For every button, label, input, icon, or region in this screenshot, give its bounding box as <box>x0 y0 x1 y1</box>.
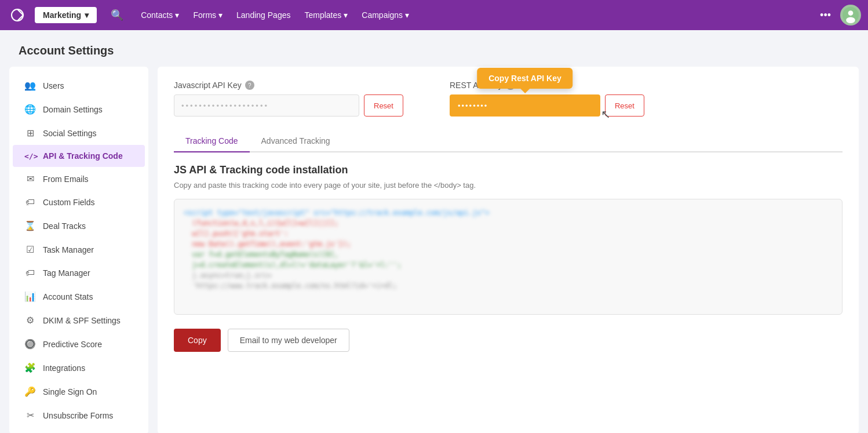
code-line: (function(w,d,s,l,i){w[l]=w[l]||[]; <box>184 219 833 227</box>
more-options-button[interactable]: ••• <box>815 5 836 26</box>
sidebar-item-custom-fields[interactable]: 🏷 Custom Fields <box>13 191 145 214</box>
js-api-key-help-icon[interactable]: ? <box>245 81 254 90</box>
rest-api-input-wrapper: Copy Rest API Key ↖ <box>450 94 600 117</box>
code-icon: </> <box>24 152 36 161</box>
sidebar-item-single-sign-on[interactable]: 🔑 Single Sign On <box>13 380 145 403</box>
sidebar-item-unsubscribe-forms[interactable]: ✂ Unsubscribe Forms <box>13 403 145 427</box>
copy-button[interactable]: Copy <box>174 329 221 352</box>
logo-icon <box>7 5 28 26</box>
code-content: <script type="text/javascript" src="http… <box>184 209 833 290</box>
code-area: <script type="text/javascript" src="http… <box>174 199 843 315</box>
tab-advanced-tracking[interactable]: Advanced Tracking <box>250 130 342 152</box>
avatar[interactable] <box>840 5 861 26</box>
nav-links: Contacts ▾ Forms ▾ Landing Pages Templat… <box>135 6 811 24</box>
rest-api-key-reset-button[interactable]: Reset <box>605 94 644 117</box>
js-api-key-group: Javascript API Key ? Reset <box>174 81 403 117</box>
users-icon: 👥 <box>24 80 36 91</box>
sidebar-item-integrations[interactable]: 🧩 Integrations <box>13 356 145 380</box>
svg-point-0 <box>12 9 23 21</box>
sidebar-item-account-stats[interactable]: 📊 Account Stats <box>13 285 145 308</box>
tag-icon: 🏷 <box>24 197 36 208</box>
code-line: j.async=true;j.src= <box>184 271 833 279</box>
puzzle-icon: 🧩 <box>24 362 36 373</box>
page-layout: 👥 Users 🌐 Domain Settings ⊞ Social Setti… <box>0 67 868 433</box>
grid-icon: ⊞ <box>24 128 36 139</box>
code-line: var f=d.getElementsByTagName(s)[0], <box>184 250 833 259</box>
content-tabs: Tracking Code Advanced Tracking <box>174 130 843 152</box>
svg-point-2 <box>848 10 854 16</box>
copy-rest-api-popup[interactable]: Copy Rest API Key <box>477 68 573 89</box>
checkbox-icon: ☑ <box>24 244 36 255</box>
api-keys-section: Javascript API Key ? Reset REST API Key … <box>174 81 843 117</box>
globe-icon: 🌐 <box>24 104 36 115</box>
nav-contacts[interactable]: Contacts ▾ <box>135 6 185 24</box>
sidebar-item-users[interactable]: 👥 Users <box>13 74 145 97</box>
chevron-down-icon: ▾ <box>218 10 223 20</box>
cursor-icon: ↖ <box>601 107 611 121</box>
sidebar-item-api-tracking[interactable]: </> API & Tracking Code <box>13 145 145 167</box>
code-line: j=d.createElement(s),dl=l!='dataLayer'?'… <box>184 261 833 269</box>
gear-icon: ⚙ <box>24 315 36 326</box>
sidebar: 👥 Users 🌐 Domain Settings ⊞ Social Setti… <box>9 67 148 433</box>
rest-api-key-group: REST API Key ? Copy Rest API Key ↖ Reset <box>450 81 644 117</box>
sidebar-item-from-emails[interactable]: ✉ From Emails <box>13 167 145 191</box>
search-button[interactable]: 🔍 <box>106 4 128 26</box>
chevron-down-icon: ▾ <box>344 10 348 20</box>
nav-templates[interactable]: Templates ▾ <box>298 6 353 24</box>
js-api-key-input-row: Reset <box>174 94 403 117</box>
tab-tracking-code[interactable]: Tracking Code <box>174 130 250 152</box>
marketing-dropdown-button[interactable]: Marketing ▾ <box>35 7 97 23</box>
js-api-key-input[interactable] <box>174 94 359 117</box>
score-icon: 🔘 <box>24 339 36 350</box>
email-developer-button[interactable]: Email to my web developer <box>228 329 349 352</box>
sidebar-item-social-settings[interactable]: ⊞ Social Settings <box>13 121 145 145</box>
tracking-section: JS API & Tracking code installation Copy… <box>174 164 843 352</box>
sidebar-item-deal-tracks[interactable]: ⌛ Deal Tracks <box>13 214 145 238</box>
js-api-key-label: Javascript API Key ? <box>174 81 403 90</box>
code-line: w[l].push({'gtm.start': <box>184 230 833 238</box>
sidebar-item-predictive-score[interactable]: 🔘 Predictive Score <box>13 332 145 356</box>
chevron-down-icon: ▾ <box>85 10 89 20</box>
code-line: 'https://www.track.example.com/ns.html?i… <box>184 282 833 290</box>
sidebar-item-dkim-spf[interactable]: ⚙ DKIM & SPF Settings <box>13 308 145 332</box>
code-line: <script type="text/javascript" src="http… <box>184 209 833 217</box>
rest-api-key-input-row: Copy Rest API Key ↖ Reset <box>450 94 644 117</box>
chevron-down-icon: ▾ <box>175 10 179 20</box>
email-icon: ✉ <box>24 173 36 184</box>
label-icon: 🏷 <box>24 268 36 278</box>
clock-icon: ⌛ <box>24 220 36 231</box>
nav-landing-pages[interactable]: Landing Pages <box>231 6 296 24</box>
stats-icon: 📊 <box>24 291 36 302</box>
svg-point-3 <box>846 17 855 24</box>
js-api-key-reset-button[interactable]: Reset <box>364 94 403 117</box>
sidebar-item-task-manager[interactable]: ☑ Task Manager <box>13 238 145 261</box>
unsubscribe-icon: ✂ <box>24 410 36 421</box>
sidebar-item-domain-settings[interactable]: 🌐 Domain Settings <box>13 97 145 121</box>
page-title: Account Settings <box>0 30 868 67</box>
nav-forms[interactable]: Forms ▾ <box>187 6 228 24</box>
tracking-section-title: JS API & Tracking code installation <box>174 164 843 176</box>
top-navigation: Marketing ▾ 🔍 Contacts ▾ Forms ▾ Landing… <box>0 0 868 30</box>
main-content: Javascript API Key ? Reset REST API Key … <box>158 67 859 433</box>
key-icon: 🔑 <box>24 386 36 397</box>
chevron-down-icon: ▾ <box>405 10 409 20</box>
bottom-actions: Copy Email to my web developer <box>174 329 843 352</box>
code-line: new Date().getTime(),event:'gtm.js'}); <box>184 240 833 248</box>
tracking-section-description: Copy and paste this tracking code into e… <box>174 181 843 190</box>
sidebar-item-tag-manager[interactable]: 🏷 Tag Manager <box>13 261 145 285</box>
nav-campaigns[interactable]: Campaigns ▾ <box>356 6 415 24</box>
